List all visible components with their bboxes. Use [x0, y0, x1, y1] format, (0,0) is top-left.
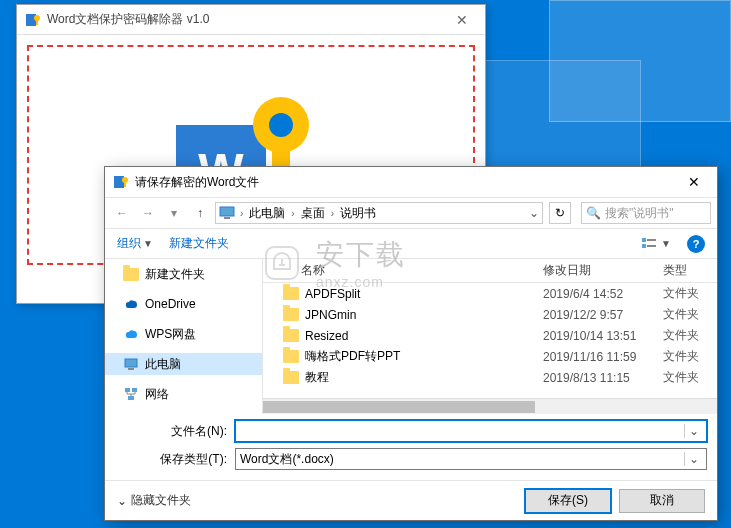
svg-point-4 [269, 113, 293, 137]
dialog-title: 请保存解密的Word文件 [135, 174, 679, 191]
filetype-label: 保存类型(T): [115, 451, 235, 468]
app-titlebar: Word文档保护密码解除器 v1.0 ✕ [17, 5, 485, 35]
chevron-right-icon[interactable]: › [289, 208, 296, 219]
app-title: Word文档保护密码解除器 v1.0 [47, 11, 447, 28]
svg-rect-16 [125, 359, 137, 367]
dialog-icon [113, 174, 129, 190]
breadcrumb-folder[interactable]: 说明书 [336, 205, 380, 222]
tree-item-onedrive[interactable]: OneDrive [105, 293, 262, 315]
breadcrumb-desktop[interactable]: 桌面 [297, 205, 329, 222]
file-row[interactable]: APDFSplit2019/6/4 14:52文件夹 [263, 283, 717, 304]
file-row[interactable]: JPNGmin2019/12/2 9:57文件夹 [263, 304, 717, 325]
onedrive-icon [123, 296, 139, 312]
close-icon[interactable]: ✕ [679, 174, 709, 190]
filename-label: 文件名(N): [115, 423, 235, 440]
chevron-down-icon[interactable]: ⌄ [684, 424, 702, 438]
dialog-titlebar: 请保存解密的Word文件 ✕ [105, 167, 717, 197]
svg-rect-14 [642, 244, 646, 248]
file-row[interactable]: Resized2019/10/14 13:51文件夹 [263, 325, 717, 346]
pc-icon [123, 356, 139, 372]
toolbar: 组织▼ 新建文件夹 ▼ ? [105, 229, 717, 259]
folder-icon [283, 371, 299, 384]
folder-icon [123, 268, 139, 281]
svg-rect-13 [647, 239, 656, 241]
back-icon[interactable]: ← [111, 202, 133, 224]
new-folder-button[interactable]: 新建文件夹 [169, 235, 229, 252]
dialog-footer: ⌄ 隐藏文件夹 保存(S) 取消 [105, 480, 717, 520]
svg-rect-7 [114, 176, 124, 188]
cancel-button[interactable]: 取消 [619, 489, 705, 513]
svg-rect-2 [36, 20, 38, 25]
horizontal-scrollbar[interactable] [263, 398, 717, 414]
column-name[interactable]: 名称 [301, 262, 543, 279]
app-close-icon[interactable]: ✕ [447, 12, 477, 28]
search-placeholder: 搜索"说明书" [605, 205, 674, 222]
chevron-right-icon[interactable]: › [238, 208, 245, 219]
tree-item-network[interactable]: 网络 [105, 383, 262, 405]
folder-tree: 新建文件夹 OneDrive WPS网盘 此电脑 网络 [105, 259, 263, 414]
pc-icon [218, 204, 236, 222]
svg-rect-9 [124, 182, 126, 187]
svg-rect-20 [128, 396, 134, 400]
svg-rect-0 [26, 14, 36, 26]
tree-item-wps[interactable]: WPS网盘 [105, 323, 262, 345]
tree-item-new-folder[interactable]: 新建文件夹 [105, 263, 262, 285]
svg-rect-18 [125, 388, 130, 392]
refresh-icon[interactable]: ↻ [549, 202, 571, 224]
breadcrumb[interactable]: › 此电脑 › 桌面 › 说明书 ⌄ [215, 202, 543, 224]
chevron-down-icon[interactable]: ⌄ [684, 452, 702, 466]
chevron-right-icon[interactable]: › [329, 208, 336, 219]
svg-rect-15 [647, 245, 656, 247]
folder-icon [283, 287, 299, 300]
column-type[interactable]: 类型 [663, 262, 717, 279]
save-button[interactable]: 保存(S) [525, 489, 611, 513]
help-icon[interactable]: ? [687, 235, 705, 253]
file-row[interactable]: 教程2019/8/13 11:15文件夹 [263, 367, 717, 388]
app-icon [25, 12, 41, 28]
chevron-down-icon: ⌄ [117, 494, 127, 508]
search-icon: 🔍 [586, 206, 601, 220]
chevron-down-icon[interactable]: ⌄ [526, 206, 542, 220]
view-button[interactable]: ▼ [641, 237, 671, 251]
file-row[interactable]: 嗨格式PDF转PPT2019/11/16 11:59文件夹 [263, 346, 717, 367]
folder-icon [283, 329, 299, 342]
svg-rect-17 [128, 368, 134, 370]
svg-rect-12 [642, 238, 646, 242]
file-list-area: 名称 修改日期 类型 APDFSplit2019/6/4 14:52文件夹JPN… [263, 259, 717, 414]
folder-icon [283, 350, 299, 363]
tree-item-this-pc[interactable]: 此电脑 [105, 353, 262, 375]
organize-button[interactable]: 组织▼ [117, 235, 153, 252]
up-icon[interactable]: ↑ [189, 202, 211, 224]
cloud-icon [123, 326, 139, 342]
forward-icon: → [137, 202, 159, 224]
save-dialog: 请保存解密的Word文件 ✕ ← → ▾ ↑ › 此电脑 › 桌面 › 说明书 … [104, 166, 718, 521]
svg-rect-10 [220, 207, 234, 216]
filename-input[interactable]: ⌄ [235, 420, 707, 442]
file-list: APDFSplit2019/6/4 14:52文件夹JPNGmin2019/12… [263, 283, 717, 398]
navigation-bar: ← → ▾ ↑ › 此电脑 › 桌面 › 说明书 ⌄ ↻ 🔍 搜索"说明书" [105, 197, 717, 229]
folder-icon [283, 308, 299, 321]
recent-icon[interactable]: ▾ [163, 202, 185, 224]
network-icon [123, 386, 139, 402]
file-list-header: 名称 修改日期 类型 [263, 259, 717, 283]
filetype-select[interactable]: Word文档(*.docx) ⌄ [235, 448, 707, 470]
svg-rect-11 [224, 217, 230, 219]
hide-folders-button[interactable]: ⌄ 隐藏文件夹 [117, 492, 191, 509]
breadcrumb-pc[interactable]: 此电脑 [245, 205, 289, 222]
search-input[interactable]: 🔍 搜索"说明书" [581, 202, 711, 224]
svg-rect-19 [132, 388, 137, 392]
view-icon [641, 237, 657, 251]
column-date[interactable]: 修改日期 [543, 262, 663, 279]
